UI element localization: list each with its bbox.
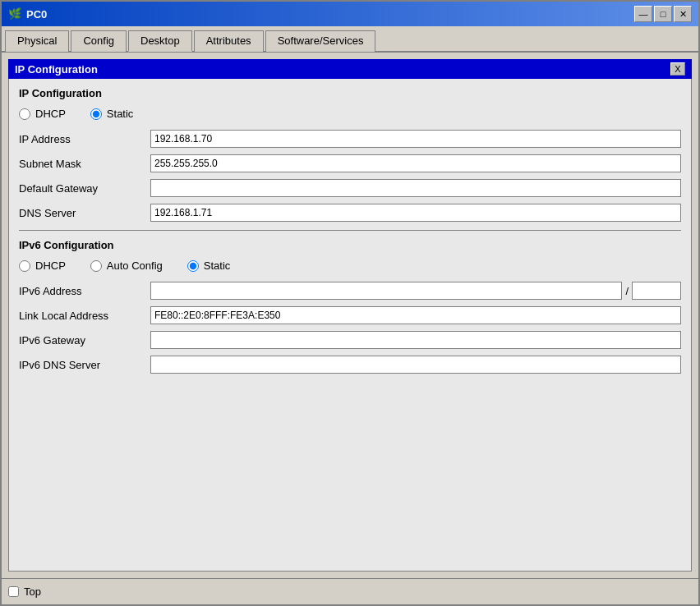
ipv6-dns-server-input[interactable] bbox=[150, 356, 681, 374]
ipv6-dhcp-label: DHCP bbox=[35, 259, 66, 272]
ipv4-static-label: Static bbox=[107, 108, 134, 120]
ipv6-static-option[interactable]: Static bbox=[187, 259, 231, 272]
ipv6-dhcp-option[interactable]: DHCP bbox=[19, 259, 66, 272]
ipv6-slash: / bbox=[625, 285, 629, 297]
content-area: IP Configuration X IP Configuration DHCP… bbox=[2, 53, 698, 578]
tab-desktop[interactable]: Desktop bbox=[128, 30, 192, 52]
ipv4-dhcp-label: DHCP bbox=[35, 108, 66, 120]
ipv4-title: IP Configuration bbox=[19, 87, 681, 99]
dns-server-label: DNS Server bbox=[19, 207, 150, 219]
ipv6-static-radio[interactable] bbox=[187, 260, 199, 272]
ipv6-static-label: Static bbox=[204, 259, 231, 272]
title-bar: 🌿 PC0 — □ ✕ bbox=[2, 2, 698, 26]
ipv6-address-row: IPv6 Address / bbox=[19, 282, 681, 300]
ipv4-static-radio[interactable] bbox=[90, 108, 102, 120]
window-controls: — □ ✕ bbox=[634, 6, 692, 22]
ipv4-dhcp-option[interactable]: DHCP bbox=[19, 108, 66, 120]
dns-server-input[interactable] bbox=[150, 204, 681, 222]
ipv6-gateway-label: IPv6 Gateway bbox=[19, 334, 150, 347]
ip-address-label: IP Address bbox=[19, 133, 150, 145]
ipv6-gateway-input[interactable] bbox=[150, 331, 681, 349]
ipv6-address-inputs: / bbox=[150, 282, 681, 300]
ipv6-section: IPv6 Configuration DHCP Auto Config Stat… bbox=[19, 239, 681, 374]
tab-bar: Physical Config Desktop Attributes Softw… bbox=[2, 26, 698, 53]
tab-attributes[interactable]: Attributes bbox=[194, 30, 264, 52]
ipv6-auto-config-radio[interactable] bbox=[90, 260, 102, 272]
section-body: IP Configuration DHCP Static IP Address bbox=[8, 79, 692, 572]
ipv6-gateway-row: IPv6 Gateway bbox=[19, 331, 681, 349]
ipv6-prefix-length-input[interactable] bbox=[632, 282, 681, 300]
minimize-button[interactable]: — bbox=[634, 6, 652, 22]
ipv6-address-label: IPv6 Address bbox=[19, 285, 150, 297]
ipv6-dns-server-row: IPv6 DNS Server bbox=[19, 356, 681, 374]
app-icon: 🌿 bbox=[8, 7, 21, 21]
ipv4-dhcp-radio[interactable] bbox=[19, 108, 30, 120]
section-title: IP Configuration bbox=[15, 63, 98, 76]
ipv6-auto-config-label: Auto Config bbox=[107, 259, 163, 272]
tab-physical[interactable]: Physical bbox=[5, 30, 69, 52]
subnet-mask-input[interactable] bbox=[150, 154, 681, 172]
bottom-bar: Top bbox=[2, 578, 698, 604]
ipv4-radio-row: DHCP Static bbox=[19, 108, 681, 120]
section-divider bbox=[19, 230, 681, 231]
tab-config[interactable]: Config bbox=[71, 30, 127, 52]
default-gateway-input[interactable] bbox=[150, 179, 681, 197]
ipv4-static-option[interactable]: Static bbox=[90, 108, 134, 120]
section-close-button[interactable]: X bbox=[670, 62, 685, 76]
ipv6-address-input[interactable] bbox=[150, 282, 622, 300]
link-local-address-label: Link Local Address bbox=[19, 310, 150, 322]
ipv6-auto-config-option[interactable]: Auto Config bbox=[90, 259, 163, 272]
subnet-mask-label: Subnet Mask bbox=[19, 158, 150, 170]
main-window: 🌿 PC0 — □ ✕ Physical Config Desktop Attr… bbox=[0, 0, 700, 606]
top-checkbox-label: Top bbox=[24, 585, 41, 598]
ipv6-dhcp-radio[interactable] bbox=[19, 260, 30, 272]
tab-software-services[interactable]: Software/Services bbox=[265, 30, 376, 52]
top-checkbox[interactable] bbox=[8, 586, 19, 597]
section-header: IP Configuration X bbox=[8, 59, 692, 79]
link-local-address-input[interactable] bbox=[150, 306, 681, 324]
ip-address-row: IP Address bbox=[19, 130, 681, 148]
dns-server-row: DNS Server bbox=[19, 204, 681, 222]
ipv6-dns-server-label: IPv6 DNS Server bbox=[19, 359, 150, 371]
link-local-address-row: Link Local Address bbox=[19, 306, 681, 324]
maximize-button[interactable]: □ bbox=[654, 6, 672, 22]
ipv6-radio-row: DHCP Auto Config Static bbox=[19, 259, 681, 272]
default-gateway-label: Default Gateway bbox=[19, 182, 150, 195]
subnet-mask-row: Subnet Mask bbox=[19, 154, 681, 172]
window-title: PC0 bbox=[26, 8, 634, 21]
ip-address-input[interactable] bbox=[150, 130, 681, 148]
top-checkbox-option[interactable]: Top bbox=[8, 585, 41, 598]
default-gateway-row: Default Gateway bbox=[19, 179, 681, 197]
ipv4-section: IP Configuration DHCP Static IP Address bbox=[19, 87, 681, 222]
ipv6-title: IPv6 Configuration bbox=[19, 239, 681, 251]
close-button[interactable]: ✕ bbox=[674, 6, 692, 22]
